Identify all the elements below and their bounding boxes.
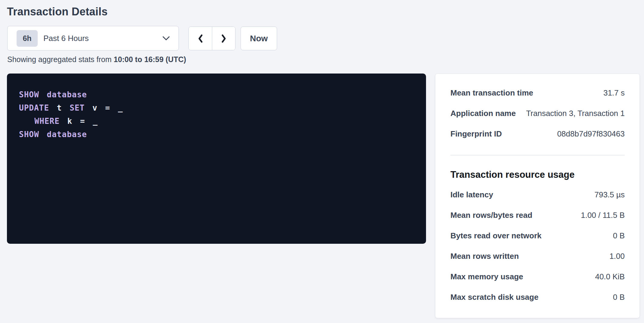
aggregation-summary-prefix: Showing aggregated stats from [7, 55, 114, 64]
stat-value: Transaction 3, Transaction 1 [526, 109, 625, 118]
resource-usage-heading: Transaction resource usage [450, 169, 625, 181]
next-range-button[interactable] [212, 27, 235, 50]
time-range-badge: 6h [17, 30, 38, 47]
stat-row: Max scratch disk usage0 B [450, 287, 625, 307]
stat-label: Mean rows written [450, 252, 519, 261]
aggregation-summary: Showing aggregated stats from 10:00 to 1… [7, 55, 186, 64]
time-range-label: Past 6 Hours [43, 34, 89, 43]
sql-token: SET [70, 103, 85, 112]
sql-line: WHERE k = _ [19, 114, 414, 128]
stat-value: 1.00 / 11.5 B [581, 211, 625, 220]
aggregation-summary-range: 10:00 to 16:59 (UTC) [114, 55, 186, 64]
time-nav-button-group [188, 27, 235, 50]
stat-value: 793.5 µs [595, 190, 625, 199]
stat-value: 1.00 [609, 252, 625, 261]
stat-label: Bytes read over network [450, 231, 541, 240]
sql-token: t [49, 103, 70, 112]
sql-line: SHOW database [19, 128, 414, 141]
stat-label: Mean rows/bytes read [450, 211, 532, 220]
stat-row: Mean rows written1.00 [450, 246, 625, 266]
page-title: Transaction Details [7, 5, 108, 18]
stat-label: Application name [450, 109, 516, 118]
sql-token: v = _ [85, 103, 123, 112]
stat-row: Idle latency793.5 µs [450, 184, 625, 205]
sql-line: UPDATE t SET v = _ [19, 101, 414, 114]
sql-token: k = _ [60, 117, 98, 126]
stat-value: 0 B [613, 293, 625, 302]
chevron-right-icon [220, 33, 228, 44]
stat-label: Fingerprint ID [450, 129, 502, 139]
now-button[interactable]: Now [241, 27, 277, 50]
transaction-stats-card: Mean transaction time31.7 sApplication n… [435, 74, 640, 318]
overview-stats-section: Mean transaction time31.7 sApplication n… [450, 83, 625, 144]
sql-token: WHERE [19, 117, 60, 126]
card-divider [450, 155, 625, 155]
chevron-down-icon [162, 36, 170, 41]
stat-value: 40.0 KiB [595, 272, 625, 281]
stat-label: Idle latency [450, 190, 493, 199]
stat-label: Max memory usage [450, 272, 523, 281]
stat-value: 31.7 s [603, 88, 625, 98]
stat-value: 0 B [613, 231, 625, 240]
stat-label: Max scratch disk usage [450, 293, 538, 302]
time-range-dropdown[interactable]: 6h Past 6 Hours [7, 26, 179, 51]
sql-token: SHOW database [19, 130, 87, 139]
stat-row: Max memory usage40.0 KiB [450, 266, 625, 287]
previous-range-button[interactable] [189, 27, 212, 50]
stat-row: Application nameTransaction 3, Transacti… [450, 103, 625, 124]
sql-token: SHOW database [19, 90, 87, 99]
stat-row: Mean transaction time31.7 s [450, 83, 625, 103]
sql-line: SHOW database [19, 88, 414, 101]
stat-value: 08d8b7d97f830463 [557, 129, 625, 139]
stat-row: Bytes read over network0 B [450, 225, 625, 246]
chevron-left-icon [197, 33, 204, 44]
stat-label: Mean transaction time [450, 88, 533, 98]
sql-statement-block: SHOW databaseUPDATE t SET v = _ WHERE k … [7, 74, 426, 244]
stat-row: Mean rows/bytes read1.00 / 11.5 B [450, 205, 625, 225]
resource-usage-section: Idle latency793.5 µsMean rows/bytes read… [450, 184, 625, 307]
sql-token: UPDATE [19, 103, 49, 112]
stat-row: Fingerprint ID08d8b7d97f830463 [450, 124, 625, 144]
